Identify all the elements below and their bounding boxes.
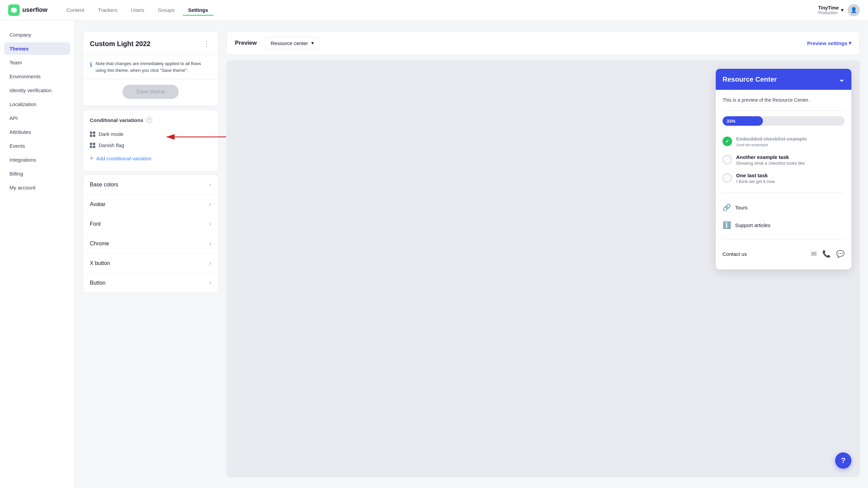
rc-link-tours-label: Tours [735, 205, 748, 210]
logo[interactable]: userflow [8, 4, 47, 16]
org-chevron-icon: ▾ [841, 7, 844, 13]
right-panel: Preview Resource center ▾ Preview settin… [226, 31, 860, 477]
help-icon[interactable]: ? [146, 117, 152, 123]
tours-icon: 🔗 [723, 203, 731, 211]
rc-fab-button[interactable]: ? [835, 452, 851, 469]
sidebar-item-localization[interactable]: Localization [4, 98, 70, 110]
checklist-subtitle-0: Just an example [736, 142, 807, 147]
nav-users[interactable]: Users [125, 4, 150, 16]
rc-progress-label: 33% [727, 119, 735, 124]
checklist-item-1[interactable]: Another example task Showing what a chec… [723, 151, 845, 169]
logo-icon [8, 4, 20, 16]
theme-menu-button[interactable]: ⋮ [202, 38, 211, 49]
rc-contact-label: Contact us [723, 251, 807, 257]
layout: Company Themes Team Environments Identit… [0, 20, 868, 488]
rc-divider-3 [723, 239, 845, 240]
checklist-item-2[interactable]: One last task I think we get it now [723, 169, 845, 187]
add-conditional-variation-button[interactable]: + Add conditional variation [90, 152, 211, 165]
nav-groups[interactable]: Groups [153, 4, 180, 16]
sidebar-item-themes[interactable]: Themes [4, 42, 70, 55]
chevron-right-icon: › [209, 279, 211, 286]
left-panel: Custom Light 2022 ⋮ ℹ Note that changes … [83, 31, 218, 477]
sidebar-item-my-account[interactable]: My account [4, 181, 70, 194]
sidebar-item-environments[interactable]: Environments [4, 70, 70, 83]
rc-body: This is a preview of the Resource Center… [716, 90, 851, 269]
rc-collapse-icon[interactable]: ⌄ [839, 75, 845, 84]
chevron-right-icon: › [209, 201, 211, 208]
settings-chevron-icon: ▾ [849, 40, 851, 46]
topnav-right: TinyTime Production ▾ 👤 [818, 4, 860, 16]
settings-row-base-colors[interactable]: Base colors › [83, 175, 218, 195]
chevron-right-icon: › [209, 181, 211, 188]
dropdown-chevron-icon: ▾ [311, 40, 314, 46]
checklist-subtitle-2: I think we get it now [736, 179, 775, 184]
conditional-variations-card: Conditional variations ? Dark mode D [83, 110, 218, 172]
save-theme-button[interactable]: Save theme [122, 85, 178, 99]
sidebar: Company Themes Team Environments Identit… [0, 20, 75, 488]
fab-question-icon: ? [841, 456, 845, 465]
info-icon: ℹ [90, 61, 92, 68]
preview-settings-button[interactable]: Preview settings ▾ [807, 40, 851, 46]
theme-title: Custom Light 2022 [90, 40, 151, 48]
sidebar-item-company[interactable]: Company [4, 28, 70, 41]
settings-row-button[interactable]: Button › [83, 273, 218, 292]
sidebar-item-integrations[interactable]: Integrations [4, 154, 70, 166]
settings-row-avatar[interactable]: Avatar › [83, 195, 218, 214]
rc-contact: Contact us ✉ 📞 💬 [723, 245, 845, 263]
theme-header-card: Custom Light 2022 ⋮ ℹ Note that changes … [83, 31, 218, 106]
org-info: TinyTime Production [818, 5, 839, 15]
preview-label: Preview [235, 40, 257, 46]
rc-preview-text: This is a preview of the Resource Center… [723, 97, 845, 104]
chat-icon[interactable]: 💬 [836, 250, 845, 258]
settings-row-font[interactable]: Font › [83, 214, 218, 234]
conditional-variations-title: Conditional variations ? [90, 117, 211, 123]
theme-header: Custom Light 2022 ⋮ [83, 32, 218, 55]
chevron-right-icon: › [209, 260, 211, 267]
sidebar-item-billing[interactable]: Billing [4, 167, 70, 180]
settings-row-chrome[interactable]: Chrome › [83, 234, 218, 253]
settings-row-x-button[interactable]: X button › [83, 253, 218, 273]
chevron-right-icon: › [209, 220, 211, 227]
checklist-item-0[interactable]: Embedded checklist example Just an examp… [723, 133, 845, 151]
checklist-title-1: Another example task [736, 154, 805, 160]
main-nav: Content Trackers Users Groups Settings [61, 4, 818, 16]
avatar[interactable]: 👤 [848, 4, 860, 16]
logo-text: userflow [22, 6, 47, 14]
nav-trackers[interactable]: Trackers [93, 4, 123, 16]
topnav: userflow Content Trackers Users Groups S… [0, 0, 868, 20]
checklist-subtitle-1: Showing what a checklist looks like [736, 161, 805, 166]
phone-icon[interactable]: 📞 [822, 250, 831, 258]
rc-progress-bar: 33% [723, 116, 845, 126]
preview-dropdown[interactable]: Resource center ▾ [265, 37, 320, 49]
resource-center-widget: Resource Center ⌄ This is a preview of t… [716, 69, 851, 269]
preview-dropdown-label: Resource center [271, 40, 308, 46]
nav-settings[interactable]: Settings [183, 4, 214, 16]
rc-progress-fill: 33% [723, 116, 763, 126]
sidebar-item-api[interactable]: API [4, 112, 70, 124]
sidebar-item-attributes[interactable]: Attributes [4, 126, 70, 138]
sidebar-item-identity-verification[interactable]: Identity verification [4, 84, 70, 97]
checklist-title-0: Embedded checklist example [736, 136, 807, 142]
rc-header: Resource Center ⌄ [716, 69, 851, 90]
grid-icon-dark-mode [90, 131, 95, 137]
chevron-right-icon: › [209, 240, 211, 247]
check-empty-icon-2 [723, 173, 732, 183]
nav-content[interactable]: Content [61, 4, 90, 16]
org-name: TinyTime [818, 5, 839, 11]
email-icon[interactable]: ✉ [811, 250, 817, 258]
check-done-icon [723, 137, 732, 146]
sidebar-item-team[interactable]: Team [4, 56, 70, 69]
rc-link-tours[interactable]: 🔗 Tours [723, 199, 845, 216]
rc-link-support[interactable]: ℹ️ Support articles [723, 216, 845, 234]
rc-title: Resource Center [723, 76, 777, 83]
sidebar-item-events[interactable]: Events [4, 140, 70, 152]
checklist-content-0: Embedded checklist example Just an examp… [736, 136, 807, 147]
checklist-content-1: Another example task Showing what a chec… [736, 154, 805, 166]
variation-dark-mode[interactable]: Dark mode [90, 128, 211, 140]
save-btn-area: Save theme [83, 79, 218, 106]
variation-danish-flag[interactable]: Danish flag [90, 140, 211, 151]
preview-header: Preview Resource center ▾ Preview settin… [226, 31, 860, 55]
rc-divider [723, 110, 845, 111]
rc-contact-icons: ✉ 📞 💬 [811, 250, 845, 258]
org-switcher[interactable]: TinyTime Production ▾ [818, 5, 844, 15]
